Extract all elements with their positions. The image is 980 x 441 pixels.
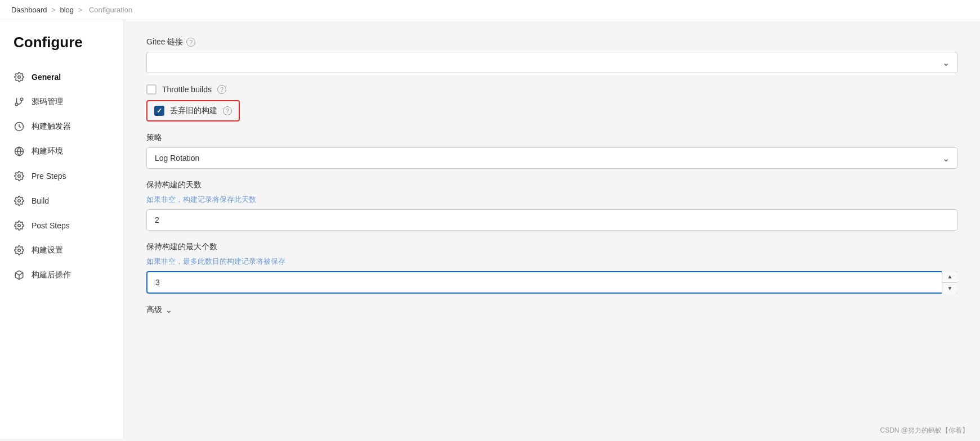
breadcrumb: Dashboard > blog > Configuration: [0, 0, 980, 20]
breadcrumb-current: Configuration: [89, 6, 132, 14]
gitee-help-icon[interactable]: ?: [186, 38, 195, 47]
throttle-section: Throttle builds ? 丢弃旧的构建 ?: [146, 84, 957, 122]
svg-point-8: [18, 200, 21, 202]
gitee-label: Gitee 链接 ?: [146, 37, 957, 47]
throttle-builds-label: Throttle builds: [162, 85, 212, 94]
gitee-section: Gitee 链接 ? ⌄: [146, 37, 957, 73]
gitee-select-wrapper: ⌄: [146, 52, 957, 73]
keep-days-label: 保持构建的天数: [146, 180, 957, 190]
spinner-down-button[interactable]: ▼: [942, 283, 957, 294]
svg-point-0: [18, 76, 21, 79]
throttle-builds-checkbox[interactable]: [146, 84, 156, 94]
advanced-label: 高级: [146, 305, 162, 315]
sidebar-item-env[interactable]: 构建环境: [0, 139, 123, 164]
keep-max-input-wrapper: ▲ ▼: [146, 271, 957, 294]
svg-point-7: [18, 175, 21, 178]
sidebar: Configure General 源码管理 构建: [0, 20, 124, 439]
discard-old-label: 丢弃旧的构建: [170, 106, 217, 116]
sidebar-title: Configure: [0, 34, 123, 65]
sidebar-item-settings[interactable]: 构建设置: [0, 238, 123, 263]
sidebar-label-postbuild: 构建后操作: [32, 270, 71, 280]
strategy-select[interactable]: Log Rotation: [146, 147, 957, 169]
settings-gear-icon: [14, 245, 25, 256]
sidebar-item-trigger[interactable]: 构建触发器: [0, 114, 123, 139]
discard-old-checkbox[interactable]: [154, 106, 164, 116]
discard-old-highlight-box: 丢弃旧的构建 ?: [146, 100, 240, 122]
strategy-select-wrapper: Log Rotation ⌄: [146, 147, 957, 169]
sidebar-label-settings: 构建设置: [32, 245, 63, 255]
advanced-chevron-icon: ⌄: [165, 305, 172, 314]
poststeps-gear-icon: [14, 220, 25, 231]
keep-max-label: 保持构建的最大个数: [146, 242, 957, 252]
sidebar-item-postbuild[interactable]: 构建后操作: [0, 263, 123, 287]
svg-point-9: [18, 224, 21, 227]
clock-icon: [14, 121, 25, 132]
branch-icon: [14, 96, 25, 107]
strategy-label: 策略: [146, 133, 957, 143]
sidebar-label-build: Build: [32, 196, 49, 205]
throttle-builds-row: Throttle builds ?: [146, 84, 957, 94]
main-content: Gitee 链接 ? ⌄ Throttle builds ? 丢弃旧: [124, 20, 980, 439]
sidebar-item-build[interactable]: Build: [0, 188, 123, 213]
svg-point-2: [20, 98, 23, 101]
keep-max-input[interactable]: [146, 271, 957, 294]
sidebar-label-source: 源码管理: [32, 97, 63, 107]
svg-point-10: [18, 249, 21, 252]
sidebar-item-presteps[interactable]: Pre Steps: [0, 164, 123, 188]
globe-icon: [14, 146, 25, 157]
sidebar-label-general: General: [32, 73, 61, 82]
advanced-row[interactable]: 高级 ⌄: [146, 305, 957, 315]
gitee-select[interactable]: [146, 52, 957, 73]
sidebar-item-general[interactable]: General: [0, 65, 123, 89]
keep-max-section: 保持构建的最大个数 如果非空，最多此数目的构建记录将被保存 ▲ ▼: [146, 242, 957, 294]
discard-old-help-icon[interactable]: ?: [223, 106, 232, 115]
sidebar-label-poststeps: Post Steps: [32, 221, 70, 230]
strategy-section: 策略 Log Rotation ⌄: [146, 133, 957, 169]
build-gear-icon: [14, 195, 25, 206]
spinner-up-button[interactable]: ▲: [942, 271, 957, 283]
sidebar-label-env: 构建环境: [32, 146, 63, 156]
footer-note: CSDN @努力的蚂蚁【你着】: [880, 426, 969, 435]
sidebar-item-source[interactable]: 源码管理: [0, 89, 123, 114]
sidebar-label-trigger: 构建触发器: [32, 122, 71, 132]
keep-max-hint: 如果非空，最多此数目的构建记录将被保存: [146, 256, 957, 267]
number-spinners: ▲ ▼: [942, 271, 957, 294]
keep-days-input[interactable]: [146, 209, 957, 231]
presteps-gear-icon: [14, 170, 25, 182]
keep-days-hint: 如果非空，构建记录将保存此天数: [146, 195, 957, 205]
sidebar-item-poststeps[interactable]: Post Steps: [0, 213, 123, 238]
breadcrumb-blog[interactable]: blog: [60, 6, 74, 14]
throttle-builds-help-icon[interactable]: ?: [217, 85, 226, 94]
keep-days-section: 保持构建的天数 如果非空，构建记录将保存此天数: [146, 180, 957, 231]
breadcrumb-dashboard[interactable]: Dashboard: [11, 6, 47, 14]
gear-icon: [14, 71, 25, 83]
sidebar-label-presteps: Pre Steps: [32, 172, 66, 181]
box-icon: [14, 269, 25, 281]
svg-point-3: [15, 103, 18, 106]
